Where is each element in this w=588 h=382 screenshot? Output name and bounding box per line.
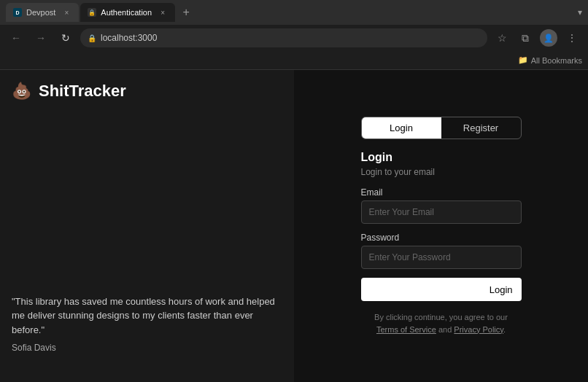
app-header: 💩 ShitTracker (12, 82, 282, 101)
address-text: localhost:3000 (101, 33, 157, 43)
tab-devpost-close[interactable]: × (61, 7, 71, 17)
privacy-policy-link[interactable]: Privacy Policy (454, 325, 503, 334)
email-label: Email (361, 187, 522, 198)
tab-auth-close[interactable]: × (158, 7, 168, 17)
tab-auth-label: Authentication (101, 8, 152, 17)
testimonial-section: "This library has saved me countless hou… (12, 295, 282, 354)
auth-form-title: Login (361, 151, 522, 164)
terms-of-service-link[interactable]: Terms of Service (376, 325, 436, 334)
extensions-icon: ⧉ (522, 32, 529, 44)
browser-chrome: D Devpost × 🔒 Authentication × + ▾ ← → ↻… (0, 0, 588, 70)
tab-register[interactable]: Register (441, 117, 521, 139)
terms-and: and (438, 325, 452, 334)
bookmarks-label[interactable]: 📁 All Bookmarks (518, 55, 582, 65)
profile-button[interactable]: 👤 (538, 28, 559, 48)
address-lock-icon: 🔒 (88, 34, 96, 42)
testimonial-author: Sofia Davis (12, 343, 282, 353)
bookmarks-bar: 📁 All Bookmarks (0, 51, 588, 70)
terms-period: . (503, 325, 506, 334)
login-button[interactable]: Login (361, 278, 522, 301)
tab-login[interactable]: Login (362, 117, 441, 139)
tab-auth[interactable]: 🔒 Authentication × (80, 3, 175, 22)
auth-form-subtitle: Login to your email (361, 167, 522, 177)
menu-button[interactable]: ⋮ (562, 28, 582, 48)
star-button[interactable]: ☆ (492, 28, 512, 48)
auth-card: Login Register Login Login to your email… (361, 117, 522, 335)
tab-expand-button[interactable]: ▾ (578, 7, 582, 17)
email-input[interactable] (361, 200, 522, 224)
profile-avatar: 👤 (540, 29, 557, 47)
address-bar[interactable]: 🔒 localhost:3000 (80, 28, 487, 47)
tab-devpost[interactable]: D Devpost × (6, 3, 79, 22)
forward-button[interactable]: → (31, 28, 51, 48)
login-button-label: Login (490, 284, 513, 295)
auth-favicon: 🔒 (88, 8, 96, 17)
right-panel: Login Register Login Login to your email… (294, 70, 588, 382)
terms-text: By clicking continue, you agree to our T… (361, 311, 522, 335)
tab-devpost-label: Devpost (26, 8, 55, 17)
password-input[interactable] (361, 246, 522, 269)
app-title: ShitTracker (39, 82, 126, 101)
nav-bar: ← → ↻ 🔒 localhost:3000 ☆ ⧉ 👤 ⋮ (0, 25, 588, 51)
left-panel: 💩 ShitTracker "This library has saved me… (0, 70, 294, 382)
bookmarks-text: All Bookmarks (531, 56, 582, 65)
auth-form: Login Login to your email Email Password… (361, 151, 522, 301)
new-tab-button[interactable]: + (177, 3, 196, 22)
reload-icon: ↻ (61, 32, 70, 44)
terms-prefix: By clicking continue, you agree to our (374, 313, 508, 321)
star-icon: ☆ (498, 32, 507, 44)
back-button[interactable]: ← (6, 28, 26, 48)
devpost-favicon: D (13, 8, 22, 17)
auth-tabs: Login Register (361, 117, 522, 139)
folder-icon: 📁 (518, 55, 528, 65)
password-group: Password (361, 233, 522, 269)
tab-bar: D Devpost × 🔒 Authentication × + ▾ (0, 0, 588, 25)
extensions-button[interactable]: ⧉ (515, 28, 535, 48)
nav-actions: ☆ ⧉ 👤 ⋮ (492, 28, 582, 48)
back-icon: ← (11, 32, 21, 44)
forward-icon: → (36, 32, 46, 44)
password-label: Password (361, 233, 522, 243)
page-content: 💩 ShitTracker "This library has saved me… (0, 70, 588, 382)
testimonial-quote: "This library has saved me countless hou… (12, 295, 282, 338)
reload-button[interactable]: ↻ (55, 28, 76, 48)
menu-icon: ⋮ (567, 32, 577, 44)
app-icon: 💩 (12, 82, 31, 101)
email-group: Email (361, 187, 522, 224)
